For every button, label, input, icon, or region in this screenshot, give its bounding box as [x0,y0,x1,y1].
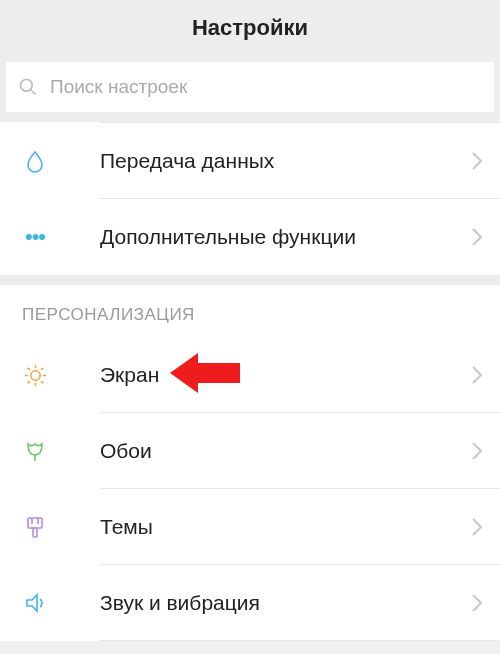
chevron-right-icon [472,518,482,536]
chevron-right-icon [472,152,482,170]
app-header: Настройки [0,0,500,56]
chevron-right-icon [472,366,482,384]
settings-row-display[interactable]: Экран [0,337,500,413]
settings-row-data-transfer[interactable]: Передача данных [0,123,500,199]
settings-row-themes[interactable]: Темы [0,489,500,565]
page-title: Настройки [192,15,308,41]
settings-row-sound-vibration[interactable]: Звук и вибрация [0,565,500,641]
svg-line-10 [41,367,43,369]
settings-row-additional-functions[interactable]: ••• Дополнительные функции [0,199,500,275]
search-box[interactable] [6,62,494,112]
droplet-icon [22,148,48,174]
settings-group-1: Передача данных ••• Дополнительные функц… [0,122,500,275]
svg-rect-16 [33,528,37,537]
chevron-right-icon [472,594,482,612]
brush-icon [22,514,48,540]
settings-row-wallpaper[interactable]: Обои [0,413,500,489]
settings-row-label: Звук и вибрация [100,591,472,615]
settings-row-label: Дополнительные функции [100,225,472,249]
section-header-personalization: ПЕРСОНАЛИЗАЦИЯ [0,285,500,337]
dots-icon: ••• [22,224,48,250]
svg-line-7 [27,367,29,369]
svg-line-1 [31,90,36,95]
settings-row-label: Темы [100,515,472,539]
search-input[interactable] [50,76,482,98]
svg-point-0 [21,80,33,92]
svg-line-8 [41,381,43,383]
chevron-right-icon [472,228,482,246]
svg-point-2 [30,370,39,379]
chevron-right-icon [472,442,482,460]
svg-line-9 [27,381,29,383]
settings-row-label: Обои [100,439,472,463]
settings-group-2: Экран Обои Темы [0,337,500,641]
sound-icon [22,590,48,616]
section-divider [0,275,500,285]
settings-row-label: Передача данных [100,149,472,173]
settings-row-label: Экран [100,363,472,387]
sun-icon [22,362,48,388]
svg-rect-13 [28,518,42,528]
search-icon [18,77,38,97]
search-container [0,56,500,122]
tulip-icon [22,438,48,464]
